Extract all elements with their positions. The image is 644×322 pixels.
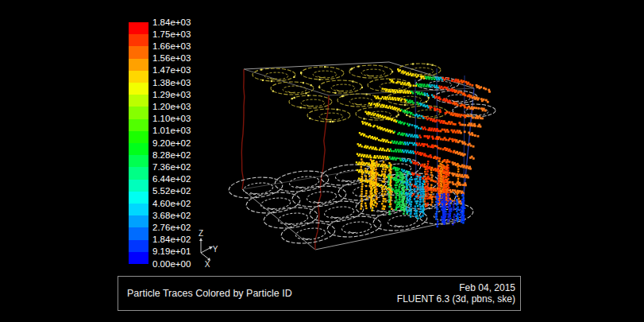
colorbar-band bbox=[129, 227, 148, 239]
colorbar-band bbox=[129, 46, 148, 58]
colorbar-band bbox=[129, 252, 148, 264]
colorbar-band bbox=[129, 59, 148, 71]
colorbar-band bbox=[129, 131, 148, 143]
colorbar-level-label: 7.36e+02 bbox=[152, 163, 191, 172]
colorbar-band bbox=[129, 167, 148, 179]
colorbar-band bbox=[129, 143, 148, 155]
particle-trace-scene bbox=[228, 62, 496, 250]
colorbar-level-label: 1.10e+03 bbox=[152, 114, 191, 123]
caption-date: Feb 04, 2015 bbox=[397, 282, 515, 293]
colorbar-level-label: 1.20e+03 bbox=[152, 103, 191, 111]
caption-box: Particle Traces Colored by Particle ID F… bbox=[118, 276, 521, 311]
colorbar-level-label: 4.60e+02 bbox=[152, 200, 191, 208]
colorbar-band bbox=[129, 204, 148, 215]
colorbar-level-label: 1.29e+03 bbox=[152, 91, 191, 99]
colorbar bbox=[129, 22, 148, 264]
colorbar-band bbox=[129, 107, 148, 118]
colorbar-level-label: 9.20e+02 bbox=[152, 139, 191, 148]
colorbar-band bbox=[129, 22, 148, 34]
colorbar-band bbox=[129, 71, 148, 83]
colorbar-band bbox=[129, 83, 148, 95]
fluent-graphics-window: Z Y X 1.84e+031.75e+031.66e+031.56e+031.… bbox=[0, 0, 644, 322]
colorbar-band bbox=[129, 180, 148, 192]
colorbar-level-label: 6.44e+02 bbox=[152, 175, 191, 184]
colorbar-level-label: 1.47e+03 bbox=[152, 66, 191, 75]
colorbar-band bbox=[129, 34, 148, 46]
colorbar-level-label: 1.84e+03 bbox=[152, 18, 191, 27]
colorbar-level-label: 1.75e+03 bbox=[152, 30, 191, 39]
colorbar-level-label: 1.84e+02 bbox=[152, 235, 191, 244]
colorbar-level-label: 1.66e+03 bbox=[152, 42, 191, 51]
colorbar-band bbox=[129, 155, 148, 167]
colorbar-level-label: 8.28e+02 bbox=[152, 151, 191, 160]
colorbar-level-label: 3.68e+02 bbox=[152, 211, 191, 220]
3d-viewport[interactable]: Z Y X bbox=[0, 0, 644, 322]
colorbar-labels: 1.84e+031.75e+031.66e+031.56e+031.47e+03… bbox=[152, 22, 216, 274]
particle-clusters bbox=[360, 158, 465, 227]
colorbar-band bbox=[129, 192, 148, 204]
colorbar-level-label: 9.19e+01 bbox=[152, 247, 191, 256]
colorbar-band bbox=[129, 95, 148, 107]
caption-meta: Feb 04, 2015 FLUENT 6.3 (3d, pbns, ske) bbox=[397, 282, 515, 305]
colorbar-band bbox=[129, 215, 148, 227]
colorbar-legend: 1.84e+031.75e+031.66e+031.56e+031.47e+03… bbox=[129, 22, 224, 274]
scene-canvas: Z Y X bbox=[0, 0, 644, 322]
colorbar-level-label: 1.56e+03 bbox=[152, 54, 191, 63]
caption-title: Particle Traces Colored by Particle ID bbox=[127, 288, 292, 299]
colorbar-band bbox=[129, 240, 148, 252]
caption-solver: FLUENT 6.3 (3d, pbns, ske) bbox=[397, 293, 515, 305]
colorbar-level-label: 1.38e+03 bbox=[152, 79, 191, 87]
colorbar-level-label: 0.00e+00 bbox=[152, 260, 191, 269]
colorbar-level-label: 2.76e+02 bbox=[152, 223, 191, 232]
colorbar-level-label: 5.52e+02 bbox=[152, 187, 191, 196]
colorbar-level-label: 1.01e+03 bbox=[152, 126, 191, 135]
colorbar-band bbox=[129, 119, 148, 131]
